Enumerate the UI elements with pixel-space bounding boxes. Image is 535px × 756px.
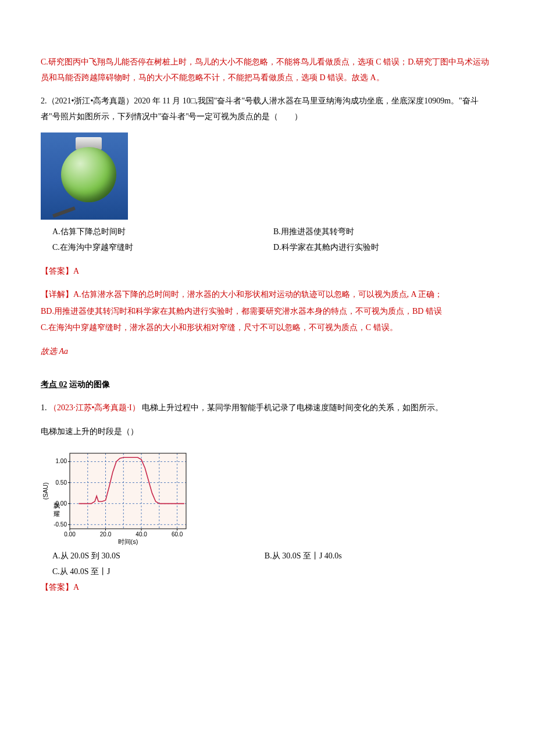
q3-num: 1. <box>41 403 47 412</box>
q3-stem: 1. （2023·江苏•高考真题·I） 电梯上升过程中，某同学用智能手机记录了电… <box>41 400 494 416</box>
q2-option-b: B.用推进器使其转弯时 <box>273 224 494 240</box>
q3-option-b: B.从 30.0S 至丨J 40.0s <box>265 549 494 564</box>
submersible-photo <box>41 132 128 220</box>
q2-detail-bd: BD.用推进器使其转泻时和科学家在其舱内进行实验时，都需要研究潜水器本身的特点，… <box>41 304 494 320</box>
svg-text:飘: 飘 <box>54 502 60 509</box>
svg-text:-0.50: -0.50 <box>54 521 67 528</box>
q3-options: A.从 20.0S 到 30.0S B.从 30.0S 至丨J 40.0s C.… <box>52 549 494 579</box>
svg-text:0.00: 0.00 <box>64 531 76 538</box>
sec-prefix: 考点 02 <box>41 380 67 389</box>
q2-answer: 【答案】A <box>41 264 494 280</box>
q2-pick: 故选 Aa <box>41 344 494 360</box>
answer-explain-cd: C.研究图丙中飞翔鸟儿能否停在树桩上时，鸟儿的大小不能忽略，不能将鸟儿看做质点，… <box>41 55 494 85</box>
q2-stem: 2.（2021•浙江•高考真题）2020 年 11 月 10□,我国"奋斗者"号… <box>41 94 494 124</box>
sub-sphere <box>61 147 116 202</box>
q2-options: A.估算下降总时间时 B.用推进器使其转弯时 C.在海沟中穿越窄缝时 D.科学家… <box>52 224 494 255</box>
svg-text:时间(s): 时间(s) <box>118 538 138 545</box>
section-02-title: 考点 02 运动的图像 <box>41 377 494 393</box>
svg-rect-0 <box>70 453 186 529</box>
q3-text: 电梯上升过程中，某同学用智能手机记录了电梯速度随时间变化的关系，如图所示。 <box>142 403 443 412</box>
q2-detail-c: C.在海沟中穿越窄缝时，潜水器的大小和形状相对窄缝，尺寸不可以忽略，不可视为质点… <box>41 320 494 336</box>
q3-stem2: 电梯加速上升的时段是（） <box>41 424 494 440</box>
q2-detail-a: 【详解】A.估算潜水器下降的总时间时，潜水器的大小和形状相对运动的轨迹可以忽略，… <box>41 287 494 303</box>
q2-option-a: A.估算下降总时间时 <box>52 224 273 240</box>
svg-text:1.00: 1.00 <box>56 458 67 465</box>
q3-answer: 【答案】A <box>41 580 494 596</box>
q3-source: （2023·江苏•高考真题·I） <box>49 403 140 412</box>
chart-svg: -0.500.000.501.000.0020.040.060.0时间(s)(S… <box>41 447 192 546</box>
sub-arm <box>52 207 76 218</box>
q2-option-c: C.在海沟中穿越窄缝时 <box>52 240 273 256</box>
svg-text:20.0: 20.0 <box>100 531 112 538</box>
q2-option-d: D.科学家在其舱内进行实验时 <box>273 240 494 256</box>
svg-text:60.0: 60.0 <box>172 531 183 538</box>
sec-name: 运动的图像 <box>69 380 110 389</box>
svg-text:40.0: 40.0 <box>135 531 147 538</box>
velocity-time-chart: -0.500.000.501.000.0020.040.060.0时间(s)(S… <box>41 447 192 546</box>
q3-option-a: A.从 20.0S 到 30.0S <box>52 549 265 564</box>
svg-text:0.50: 0.50 <box>56 479 67 486</box>
svg-text:耀: 耀 <box>54 510 60 517</box>
svg-text:(SAU): (SAU) <box>42 482 49 500</box>
q3-option-c: C.从 40.0S 至丨J <box>52 564 265 580</box>
